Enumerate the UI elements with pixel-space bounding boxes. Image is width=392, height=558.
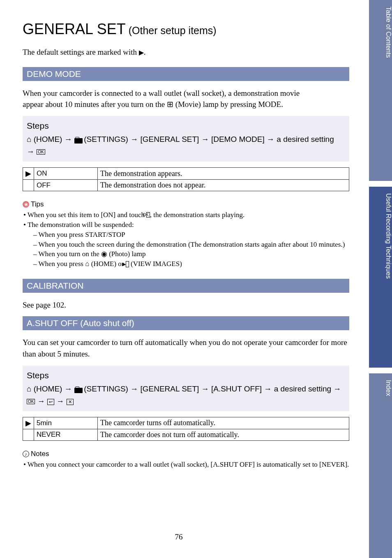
steps-title: Steps — [27, 119, 345, 133]
play-icon: ▶ — [126, 261, 129, 267]
section-heading-ashutoff: A.SHUT OFF (Auto shut off) — [23, 316, 349, 330]
tips-icon: ❀ — [23, 201, 29, 208]
option-desc: The demonstration does not appear. — [98, 180, 349, 191]
demo-description: When your camcorder is connected to a wa… — [23, 88, 349, 110]
home-icon: ⌂ — [27, 384, 31, 393]
option-name: ON — [34, 168, 98, 180]
demo-tips-list: • When you set this item to [ON] and tou… — [23, 210, 349, 269]
demo-options-table: ▶ ON The demonstration appears. OFF The … — [23, 167, 349, 191]
back-icon: ↩ — [47, 399, 54, 405]
section-heading-calibration: CALIBRATION — [23, 279, 349, 293]
table-row: OFF The demonstration does not appear. — [23, 180, 349, 191]
demo-steps-path: ⌂ (HOME) → (SETTINGS) → [GENERAL SET] → … — [27, 133, 345, 157]
notes-heading: ♪ Notes — [23, 450, 357, 458]
table-row: ▶ 5min The camcorder turns off automatic… — [23, 417, 349, 429]
default-mark: ▶ — [23, 417, 34, 429]
tab-index[interactable]: Index — [369, 373, 392, 558]
list-item: • When you set this item to [ON] and tou… — [23, 210, 349, 220]
option-desc: The demonstration appears. — [98, 168, 349, 180]
page-title: GENERAL SET (Other setup items) — [23, 21, 357, 38]
tab-label: Useful Recording Techniques — [369, 187, 392, 368]
default-mark: ▶ — [23, 168, 34, 180]
list-item: • The demonstration will be suspended: — [23, 220, 349, 230]
default-mark — [23, 180, 34, 191]
tab-label: Index — [369, 373, 392, 558]
option-name: 5min — [34, 417, 98, 429]
title-big: GENERAL SET — [23, 21, 126, 37]
ashutoff-notes-list: • When you connect your camcorder to a w… — [23, 460, 349, 470]
option-desc: The camcorder does not turn off automati… — [98, 429, 349, 440]
home-icon: ⌂ — [27, 135, 31, 144]
triangle-icon: ▶ — [139, 49, 144, 56]
list-item: – When you press START/STOP — [23, 230, 349, 240]
list-item: – When you press ⌂ (HOME) or ▶ (VIEW IMA… — [23, 259, 349, 269]
ok-icon: OK — [37, 149, 45, 155]
movie-icon: ⊞ — [167, 100, 173, 109]
notes-icon: ♪ — [23, 451, 29, 457]
ashutoff-options-table: ▶ 5min The camcorder turns off automatic… — [23, 417, 349, 441]
ok-icon: OK — [27, 399, 35, 404]
table-row: NEVER The camcorder does not turn off au… — [23, 429, 349, 440]
demo-steps-box: Steps ⌂ (HOME) → (SETTINGS) → [GENERAL S… — [23, 116, 349, 162]
list-item: – When you turn on the ◉ (Photo) lamp — [23, 249, 349, 259]
ashutoff-description: You can set your camcorder to turn off a… — [23, 337, 349, 359]
ok-icon: OK — [146, 212, 150, 218]
tab-toc[interactable]: Table of Contents — [369, 0, 392, 181]
list-item: – When you touch the screen during the d… — [23, 240, 349, 250]
table-row: ▶ ON The demonstration appears. — [23, 168, 349, 180]
settings-icon — [74, 387, 82, 392]
tips-heading: ❀ Tips — [23, 200, 357, 208]
option-name: OFF — [34, 180, 98, 191]
option-name: NEVER — [34, 429, 98, 440]
tab-label: Table of Contents — [369, 0, 392, 181]
tab-techniques[interactable]: Useful Recording Techniques — [369, 187, 392, 368]
settings-icon — [74, 137, 82, 143]
default-mark — [23, 429, 34, 440]
ashutoff-steps-path: ⌂ (HOME) → (SETTINGS) → [GENERAL SET] → … — [27, 383, 345, 407]
ashutoff-steps-box: Steps ⌂ (HOME) → (SETTINGS) → [GENERAL S… — [23, 366, 349, 411]
intro-text: The default settings are marked with ▶. — [23, 47, 357, 58]
calibration-description: See page 102. — [23, 299, 349, 311]
home-icon: ⌂ — [85, 260, 89, 268]
side-tabs: Table of Contents Useful Recording Techn… — [369, 0, 392, 558]
title-sub: (Other setup items) — [126, 25, 217, 36]
camera-icon: ◉ — [101, 250, 107, 258]
section-heading-demo: DEMO MODE — [23, 67, 349, 81]
option-desc: The camcorder turns off automatically. — [98, 417, 349, 429]
close-icon: ✕ — [67, 399, 74, 405]
page-number: 76 — [0, 533, 357, 542]
list-item: • When you connect your camcorder to a w… — [23, 460, 349, 470]
steps-title: Steps — [27, 369, 345, 382]
